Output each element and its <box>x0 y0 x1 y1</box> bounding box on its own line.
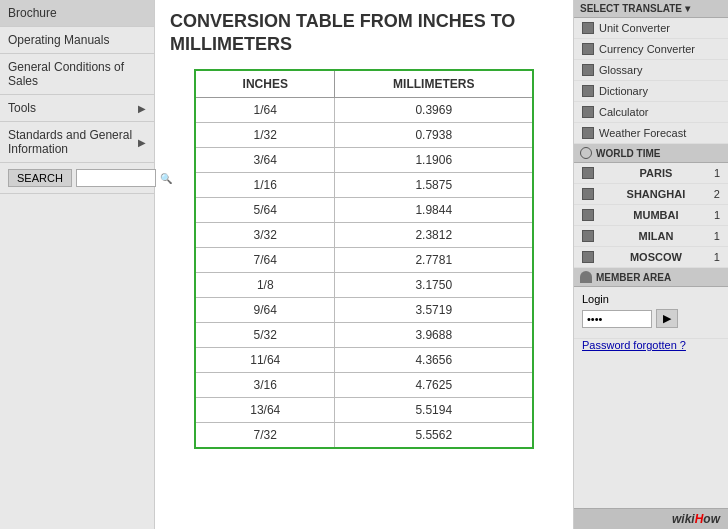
tool-icon <box>582 85 594 97</box>
sidebar-item-general-conditions[interactable]: General Conditions of Sales <box>0 54 154 95</box>
table-row: 7/642.7781 <box>195 247 533 272</box>
rs-tool-item[interactable]: Weather Forecast <box>574 123 728 144</box>
tool-label: Weather Forecast <box>599 127 686 139</box>
mm-value: 1.5875 <box>335 172 533 197</box>
inches-value: 13/64 <box>195 397 335 422</box>
col-mm-header: MILLIMETERS <box>335 70 533 98</box>
table-row: 13/645.5194 <box>195 397 533 422</box>
login-row: Login <box>582 293 720 305</box>
rs-tool-item[interactable]: Calculator <box>574 102 728 123</box>
password-input[interactable] <box>582 310 652 328</box>
table-row: 1/161.5875 <box>195 172 533 197</box>
table-row: 5/323.9688 <box>195 322 533 347</box>
tool-icon <box>582 22 594 34</box>
table-row: 9/643.5719 <box>195 297 533 322</box>
city-name: MOSCOW <box>630 251 682 263</box>
mm-value: 0.7938 <box>335 122 533 147</box>
inches-value: 1/16 <box>195 172 335 197</box>
member-area: Login ▶ <box>574 287 728 339</box>
inches-value: 9/64 <box>195 297 335 322</box>
mm-value: 2.3812 <box>335 222 533 247</box>
inches-value: 3/64 <box>195 147 335 172</box>
tool-label: Currency Converter <box>599 43 695 55</box>
tool-icon <box>582 127 594 139</box>
tool-label: Glossary <box>599 64 642 76</box>
mm-value: 1.9844 <box>335 197 533 222</box>
search-bar: SEARCH 🔍 <box>0 163 154 194</box>
sidebar-item-brochure[interactable]: Brochure <box>0 0 154 27</box>
tool-icon <box>582 43 594 55</box>
conversion-table: INCHES MILLIMETERS 1/640.39691/320.79383… <box>194 69 534 449</box>
mm-value: 5.5194 <box>335 397 533 422</box>
city-icon <box>582 209 594 221</box>
table-row: 1/640.3969 <box>195 97 533 122</box>
table-row: 3/322.3812 <box>195 222 533 247</box>
mm-value: 4.3656 <box>335 347 533 372</box>
city-time: 1 <box>714 209 720 221</box>
login-label: Login <box>582 293 609 305</box>
search-input[interactable] <box>76 169 156 187</box>
wikihow-badge: wikiHow <box>574 508 728 529</box>
inches-value: 7/64 <box>195 247 335 272</box>
inches-value: 1/64 <box>195 97 335 122</box>
inches-value: 1/8 <box>195 272 335 297</box>
inches-value: 3/16 <box>195 372 335 397</box>
forgot-password-link[interactable]: Password forgotten ? <box>574 339 728 355</box>
sidebar-item-operating-manuals[interactable]: Operating Manuals <box>0 27 154 54</box>
city-icon <box>582 167 594 179</box>
standards-arrow-icon: ▶ <box>138 137 146 148</box>
tool-label: Dictionary <box>599 85 648 97</box>
tool-label: Calculator <box>599 106 649 118</box>
city-icon <box>582 230 594 242</box>
login-button[interactable]: ▶ <box>656 309 678 328</box>
city-name: MUMBAI <box>633 209 678 221</box>
mm-value: 4.7625 <box>335 372 533 397</box>
table-row: 11/644.3656 <box>195 347 533 372</box>
mm-value: 1.1906 <box>335 147 533 172</box>
city-time: 2 <box>714 188 720 200</box>
inches-value: 3/32 <box>195 222 335 247</box>
inches-value: 5/32 <box>195 322 335 347</box>
city-icon <box>582 251 594 263</box>
mm-value: 3.5719 <box>335 297 533 322</box>
inches-value: 11/64 <box>195 347 335 372</box>
tool-label: Unit Converter <box>599 22 670 34</box>
mm-value: 0.3969 <box>335 97 533 122</box>
table-row: 3/164.7625 <box>195 372 533 397</box>
city-name: MILAN <box>639 230 674 242</box>
col-inches-header: INCHES <box>195 70 335 98</box>
tool-icon <box>582 64 594 76</box>
translate-section-header[interactable]: SELECT TRANSLATE ▾ <box>574 0 728 18</box>
world-time-item: MOSCOW 1 <box>574 247 728 268</box>
search-button[interactable]: SEARCH <box>8 169 72 187</box>
clock-icon <box>580 147 592 159</box>
sidebar-item-standards[interactable]: Standards and General Information ▶ <box>0 122 154 163</box>
inches-value: 5/64 <box>195 197 335 222</box>
inches-value: 7/32 <box>195 422 335 448</box>
left-sidebar: Brochure Operating Manuals General Condi… <box>0 0 155 529</box>
world-time-item: MUMBAI 1 <box>574 205 728 226</box>
right-sidebar: SELECT TRANSLATE ▾ Unit ConverterCurrenc… <box>573 0 728 529</box>
world-time-item: PARIS 1 <box>574 163 728 184</box>
rs-tool-item[interactable]: Unit Converter <box>574 18 728 39</box>
member-area-header: MEMBER AREA <box>574 268 728 287</box>
city-time: 1 <box>714 251 720 263</box>
mm-value: 3.1750 <box>335 272 533 297</box>
rs-tool-item[interactable]: Glossary <box>574 60 728 81</box>
password-row: ▶ <box>582 309 720 328</box>
sidebar-item-tools[interactable]: Tools ▶ <box>0 95 154 122</box>
world-time-header: WORLD TIME <box>574 144 728 163</box>
city-time: 1 <box>714 167 720 179</box>
city-name: SHANGHAI <box>627 188 686 200</box>
table-row: 3/641.1906 <box>195 147 533 172</box>
table-row: 1/320.7938 <box>195 122 533 147</box>
world-time-item: MILAN 1 <box>574 226 728 247</box>
city-time: 1 <box>714 230 720 242</box>
city-name: PARIS <box>640 167 673 179</box>
world-time-item: SHANGHAI 2 <box>574 184 728 205</box>
rs-tool-item[interactable]: Currency Converter <box>574 39 728 60</box>
mm-value: 5.5562 <box>335 422 533 448</box>
mm-value: 3.9688 <box>335 322 533 347</box>
rs-tool-item[interactable]: Dictionary <box>574 81 728 102</box>
tool-icon <box>582 106 594 118</box>
